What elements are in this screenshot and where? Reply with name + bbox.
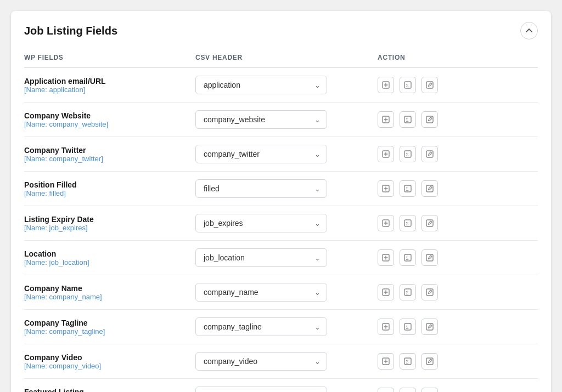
add-icon[interactable] [378, 111, 394, 128]
csv-select-container: applicationcompany_websitecompany_twitte… [195, 317, 327, 336]
action-icons: Σ [367, 249, 538, 266]
csv-header-select[interactable]: applicationcompany_websitecompany_twitte… [195, 317, 327, 336]
sigma-icon[interactable]: Σ [400, 180, 416, 197]
table-row: Position Filled[Name: filled]application… [24, 172, 538, 206]
field-name: Company Video [24, 353, 195, 362]
edit-icon[interactable] [422, 249, 438, 266]
csv-select-wrapper: applicationcompany_websitecompany_twitte… [195, 214, 367, 232]
field-name: Listing Expiry Date [24, 215, 195, 224]
field-info: Company Twitter[Name: company_twitter] [24, 146, 195, 163]
svg-rect-12 [426, 116, 433, 123]
edit-icon[interactable] [422, 111, 438, 128]
field-name: Featured Listing [24, 388, 195, 393]
svg-rect-19 [426, 151, 433, 157]
col-header-action: ACTION [367, 54, 538, 61]
edit-icon[interactable] [422, 388, 438, 392]
svg-text:Σ: Σ [406, 152, 409, 157]
add-icon[interactable] [378, 249, 394, 266]
add-icon[interactable] [378, 180, 394, 197]
csv-select-container: applicationcompany_websitecompany_twitte… [195, 352, 327, 371]
table-row: Company Twitter[Name: company_twitter]ap… [24, 137, 538, 172]
csv-header-select[interactable]: applicationcompany_websitecompany_twitte… [195, 76, 327, 94]
svg-text:Σ: Σ [406, 186, 409, 192]
field-meta: [Name: company_tagline] [24, 327, 195, 336]
action-icons: Σ [367, 111, 538, 128]
csv-header-select[interactable]: applicationcompany_websitecompany_twitte… [195, 179, 327, 198]
field-meta: [Name: job_location] [24, 258, 195, 266]
svg-line-48 [429, 293, 429, 294]
action-icons: Σ [367, 215, 538, 231]
action-icons: Σ [367, 353, 538, 370]
field-name: Company Tagline [24, 319, 195, 327]
table-row: Listing Expiry Date[Name: job_expires]ap… [24, 206, 538, 241]
field-info: Location[Name: job_location] [24, 249, 195, 266]
svg-line-13 [429, 121, 429, 121]
field-info: Company Website[Name: company_website] [24, 111, 195, 128]
csv-select-wrapper: applicationcompany_websitecompany_twitte… [195, 110, 367, 129]
add-icon[interactable] [378, 388, 394, 392]
col-header-wp-fields: WP FIELDS [24, 54, 195, 61]
field-info: Listing Expiry Date[Name: job_expires] [24, 215, 195, 232]
edit-icon[interactable] [422, 146, 438, 162]
field-info: Featured Listing[Name: featured] [24, 388, 195, 393]
action-icons: Σ [367, 77, 538, 93]
add-icon[interactable] [378, 146, 394, 162]
csv-header-select[interactable]: applicationcompany_websitecompany_twitte… [195, 248, 327, 267]
svg-text:Σ: Σ [406, 221, 409, 226]
field-meta: [Name: filled] [24, 189, 195, 197]
edit-icon[interactable] [422, 284, 438, 300]
csv-header-select[interactable]: applicationcompany_websitecompany_twitte… [195, 214, 327, 232]
sigma-icon[interactable]: Σ [400, 249, 416, 266]
svg-rect-47 [426, 289, 433, 296]
csv-header-select[interactable]: applicationcompany_websitecompany_twitte… [195, 352, 327, 371]
sigma-icon[interactable]: Σ [400, 77, 416, 93]
csv-select-wrapper: applicationcompany_websitecompany_twitte… [195, 145, 367, 163]
csv-header-select[interactable]: applicationcompany_websitecompany_twitte… [195, 283, 327, 302]
sigma-icon[interactable]: Σ [400, 284, 416, 300]
edit-icon[interactable] [422, 215, 438, 231]
csv-select-wrapper: applicationcompany_websitecompany_twitte… [195, 352, 367, 371]
csv-select-container: applicationcompany_websitecompany_twitte… [195, 110, 327, 129]
csv-header-select[interactable]: applicationcompany_websitecompany_twitte… [195, 145, 327, 163]
csv-select-container: applicationcompany_websitecompany_twitte… [195, 179, 327, 198]
csv-header-select[interactable]: applicationcompany_websitecompany_twitte… [195, 110, 327, 129]
csv-header-select[interactable]: applicationcompany_websitecompany_twitte… [195, 387, 327, 392]
sigma-icon[interactable]: Σ [400, 388, 416, 392]
field-name: Application email/URL [24, 77, 195, 86]
add-icon[interactable] [378, 77, 394, 93]
add-icon[interactable] [378, 319, 394, 335]
table-row: Location[Name: job_location]applicationc… [24, 241, 538, 275]
edit-icon[interactable] [422, 353, 438, 370]
table-row: Company Tagline[Name: company_tagline]ap… [24, 310, 538, 344]
sigma-icon[interactable]: Σ [400, 146, 416, 162]
edit-icon[interactable] [422, 319, 438, 335]
field-meta: [Name: company_twitter] [24, 155, 195, 163]
svg-line-41 [429, 259, 429, 259]
edit-icon[interactable] [422, 77, 438, 93]
field-name: Company Twitter [24, 146, 195, 155]
table-row: Featured Listing[Name: featured]applicat… [24, 379, 538, 392]
field-info: Company Tagline[Name: company_tagline] [24, 319, 195, 336]
sigma-icon[interactable]: Σ [400, 319, 416, 335]
csv-select-wrapper: applicationcompany_websitecompany_twitte… [195, 317, 367, 336]
svg-line-34 [429, 224, 429, 225]
col-header-csv: CSV HEADER [195, 54, 367, 61]
collapse-button[interactable] [520, 22, 538, 39]
field-meta: [Name: company_video] [24, 362, 195, 370]
table-row: Company Name[Name: company_name]applicat… [24, 275, 538, 310]
action-icons: Σ [367, 180, 538, 197]
sigma-icon[interactable]: Σ [400, 215, 416, 231]
csv-select-wrapper: applicationcompany_websitecompany_twitte… [195, 76, 367, 94]
sigma-icon[interactable]: Σ [400, 353, 416, 370]
edit-icon[interactable] [422, 180, 438, 197]
csv-select-wrapper: applicationcompany_websitecompany_twitte… [195, 179, 367, 198]
chevron-up-icon [525, 27, 533, 35]
add-icon[interactable] [378, 353, 394, 370]
svg-line-6 [429, 86, 429, 87]
sigma-icon[interactable]: Σ [400, 111, 416, 128]
add-icon[interactable] [378, 215, 394, 231]
svg-text:Σ: Σ [406, 290, 409, 296]
job-listing-fields-panel: Job Listing Fields WP FIELDS CSV HEADER … [11, 11, 551, 392]
add-icon[interactable] [378, 284, 394, 300]
svg-rect-54 [426, 323, 433, 330]
